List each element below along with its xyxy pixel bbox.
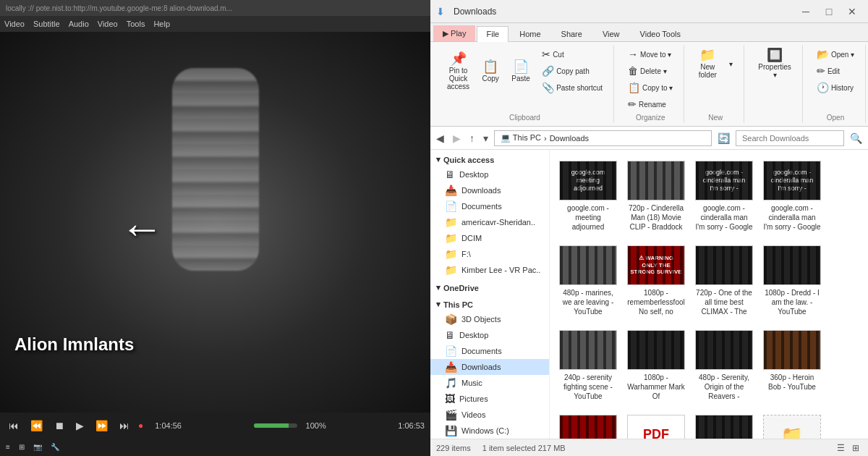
tiles-view-button[interactable]: ⊞ [849,442,862,455]
taskbar-btn-3[interactable]: 📷 [30,442,45,452]
paste-shortcut-button[interactable]: 📎 Paste shortcut [537,80,608,96]
sidebar-item-desktop-pc[interactable]: 🖥 Desktop [430,327,549,343]
recent-locations-button[interactable]: ▾ [480,131,491,145]
file-item[interactable]: google.commeetingadjourned google.com - … [556,156,621,237]
sidebar-item-kimber[interactable]: 📁 Kimber Lee - VR Pac.. [430,262,549,278]
search-button[interactable]: 🔍 [847,131,865,145]
delete-button[interactable]: 🗑 Delete ▾ [623,63,678,79]
file-item[interactable]: 720p - One of the all time best CLIMAX -… [692,240,757,322]
refresh-button[interactable]: 🔄 [715,131,733,145]
up-button[interactable]: ↑ [467,131,477,145]
title-bar-text: Downloads [454,7,793,17]
file-item[interactable]: 720p - Cinderella Man (18) Movie CLIP - … [624,156,689,237]
menu-audio[interactable]: Audio [69,20,89,28]
move-to-button[interactable]: → Move to ▾ [623,46,678,62]
sidebar-item-f-drive[interactable]: 📁 F:\ [430,246,549,262]
file-item[interactable]: 📁 New folder(10) [760,410,825,439]
tab-file[interactable]: File [477,26,509,42]
quick-access-header[interactable]: ▾ Quick access [430,153,549,166]
copy-path-button[interactable]: 🔗 Copy path [537,63,608,79]
sidebar-item-windows-c[interactable]: 💾 Windows (C:) [430,423,549,439]
file-thumbnail [763,245,821,285]
file-item[interactable]: PDF aos-monstrous-a rcanum [624,410,689,439]
sidebar-item-downloads-pc[interactable]: 📥 Downloads [430,359,549,375]
file-item[interactable]: 360p - Heroin Bob - YouTube [760,325,825,407]
menu-help[interactable]: Help [153,20,170,28]
rename-button[interactable]: ✏ Rename [623,96,678,112]
tab-view[interactable]: View [593,26,629,41]
menu-subtitle[interactable]: Subtitle [33,20,60,28]
history-button[interactable]: 🕐 History [812,80,859,96]
sidebar-item-music[interactable]: 🎵 Music [430,375,549,391]
sidebar-item-videos[interactable]: 🎬 Videos [430,407,549,423]
sidebar-item-3d-objects[interactable]: 📦 3D Objects [430,311,549,327]
file-item[interactable]: ⚠ WARNINGONLY THESTRONG SURVIVE 1080p - … [624,240,689,322]
file-item[interactable]: 480p - Serenity, Origin of the Reavers -… [692,325,757,407]
sidebar-item-downloads-quick[interactable]: 📥 Downloads [430,182,549,198]
skip-back-button[interactable]: ⏮ [6,418,22,433]
taskbar-btn-1[interactable]: ≡ [3,442,13,452]
music-icon: 🎵 [445,377,457,389]
open-button[interactable]: 📂 Open ▾ [812,46,859,62]
copy-button[interactable]: 📋 Copy [476,58,505,85]
file-item[interactable]: google.com -cinderalla manI'm sorry - go… [692,156,757,237]
close-button[interactable]: ✕ [842,4,862,19]
file-item[interactable]: 1080p - Dredd - I am the law. - YouTube [760,240,825,322]
tab-share[interactable]: Share [552,26,592,41]
address-bar: ◀ ▶ ↑ ▾ 💻 This PC › Downloads 🔄 🔍 [430,127,868,150]
sidebar-item-documents-pc[interactable]: 📄 Documents [430,343,549,359]
menu-tools[interactable]: Tools [127,20,145,28]
sidebar-item-documents-quick[interactable]: 📄 Documents [430,198,549,214]
file-item[interactable]: 480p - marines, we are leaving - YouTube [556,240,621,322]
sidebar-item-desktop[interactable]: 🖥 Desktop [430,166,549,182]
maximize-button[interactable]: □ [819,4,839,19]
file-item[interactable]: 240p - serenity fighting scene - YouTube [556,325,621,407]
file-item[interactable]: 1080p - Warhammer Mark Of Chaos(1080pH..… [624,325,689,407]
new-group: 📁 Newfolder ▾ New [687,45,744,123]
cut-icon: ✂ [542,48,550,60]
this-pc-label: This PC [443,300,473,309]
new-item-button[interactable]: ▾ [723,58,738,70]
downloads-pc-icon: 📥 [445,361,457,373]
open-buttons: 📂 Open ▾ ✏ Edit 🕐 History [812,46,859,96]
address-path[interactable]: 💻 This PC › Downloads [494,130,712,146]
quick-access-icon: ⬇ [436,6,445,17]
back-button[interactable]: ◀ [433,131,447,145]
pin-to-quick-access-button[interactable]: 📌 Pin to Quickaccess [442,50,475,93]
properties-button[interactable]: 🔲 Properties▾ [753,46,796,81]
forward-button[interactable]: ▶ [450,131,464,145]
sidebar-item-dcim[interactable]: 📁 DCIM [430,230,549,246]
menu-video[interactable]: Video [4,20,25,28]
tab-video-tools[interactable]: Video Tools [631,26,690,41]
menu-video2[interactable]: Video [98,20,118,28]
paste-button[interactable]: 📄 Paste [506,58,535,85]
pdf-icon: PDF [643,427,669,439]
minimize-button[interactable]: ─ [796,4,816,19]
copy-to-button[interactable]: 📋 Copy to ▾ [623,80,678,96]
new-folder-button[interactable]: 📁 Newfolder [693,46,722,81]
play-button[interactable]: ▶ [73,418,87,433]
onedrive-header[interactable]: ▾ OneDrive [430,281,549,295]
rename-label: Rename [639,101,666,109]
cut-button[interactable]: ✂ Cut [537,46,608,62]
skip-forward-button[interactable]: ⏭ [116,418,132,433]
sidebar-item-pictures[interactable]: 🖼 Pictures [430,391,549,407]
this-pc-section: ▾ This PC 📦 3D Objects 🖥 Desktop 📄 Docum… [430,297,549,439]
new-buttons: 📁 Newfolder ▾ [693,46,738,81]
tab-play[interactable]: ▶ Play [433,25,475,41]
sidebar-item-americavr[interactable]: 📁 americavr-Sheridan.. [430,214,549,230]
taskbar-btn-4[interactable]: 🔧 [48,442,62,452]
search-input[interactable] [736,130,844,146]
file-item[interactable]: 480p - Flight of Dragons (1982) Final Sh… [556,410,621,439]
this-pc-header[interactable]: ▾ This PC [430,297,549,311]
file-item[interactable]: google.com -cinderalla manI'm sorry - go… [760,156,825,237]
fast-forward-button[interactable]: ⏩ [93,418,111,433]
file-item[interactable]: 720p - papa roach - Singular Indestructi… [692,410,757,439]
taskbar-btn-2[interactable]: ⊞ [16,442,27,452]
details-view-button[interactable]: ☰ [834,442,848,455]
stop-button[interactable]: ⏹ [51,418,67,433]
volume-bar[interactable] [254,423,297,428]
rewind-button[interactable]: ⏪ [27,418,46,433]
edit-button[interactable]: ✏ Edit [812,63,859,79]
tab-home[interactable]: Home [510,26,550,41]
